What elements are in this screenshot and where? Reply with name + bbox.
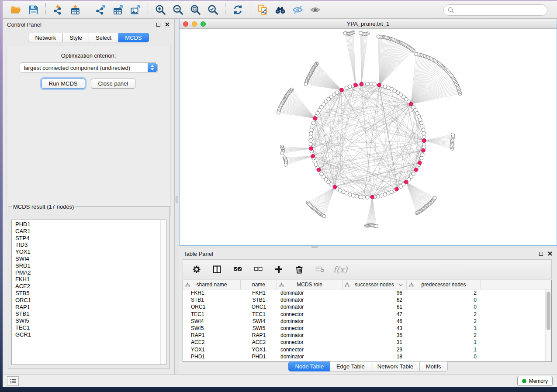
mcds-result-item[interactable]: SRD1 — [12, 262, 166, 269]
zoom-in-button[interactable] — [152, 2, 169, 17]
tab-edge-table[interactable]: Edge Table — [330, 361, 371, 371]
mcds-result-item[interactable]: TID3 — [12, 241, 166, 248]
tab-motifs[interactable]: Motifs — [420, 361, 448, 371]
float-panel-icon[interactable] — [539, 252, 543, 256]
table-row[interactable]: FKH1FKH1dominator962 — [183, 289, 545, 296]
cell-successor-nodes: 29 — [343, 347, 407, 353]
import-network-button[interactable] — [49, 2, 67, 17]
open-session-button[interactable] — [7, 2, 24, 17]
table-row[interactable]: TEC1TEC1connector472 — [183, 311, 545, 318]
table-row[interactable]: PHD1PHD1dominator180 — [183, 353, 545, 360]
table-row[interactable]: ORC1ORC1dominator610 — [183, 303, 545, 310]
task-history-button[interactable] — [7, 376, 19, 386]
ring-nodes — [309, 82, 426, 199]
add-button[interactable] — [272, 263, 285, 276]
cell-name: SWI4 — [241, 318, 277, 324]
show-graphics-details-button[interactable] — [306, 2, 324, 17]
open-session-icon — [10, 4, 22, 16]
select-all-button[interactable] — [231, 263, 244, 276]
table-scrollbar[interactable] — [545, 289, 551, 361]
tab-network-table[interactable]: Network Table — [371, 361, 420, 371]
export-network-button[interactable] — [92, 2, 109, 17]
divider-handle[interactable] — [176, 196, 178, 203]
column-header-predecessor-nodes[interactable]: predecessor nodes — [407, 280, 481, 289]
tab-mcds[interactable]: MCDS — [118, 33, 149, 42]
cell-MCDS-role: connector — [277, 347, 343, 353]
column-header-successor-nodes[interactable]: successor nodes — [343, 280, 407, 289]
table-panel-title: Table Panel — [183, 251, 213, 257]
gear-button[interactable] — [190, 263, 203, 276]
network-window-title: YPA_prune.txt_1 — [180, 21, 557, 27]
table-row[interactable]: SWI4SWI4dominator462 — [183, 318, 545, 325]
memory-status-icon — [522, 379, 526, 383]
mcds-result-item[interactable]: PHD1 — [12, 221, 166, 228]
column-header-MCDS-role[interactable]: MCDS role — [277, 280, 343, 289]
tab-select[interactable]: Select — [89, 33, 118, 42]
import-network-icon — [52, 4, 64, 16]
hide-graphics-details-button[interactable] — [289, 2, 306, 17]
mcds-result-item[interactable]: STB5 — [12, 290, 166, 297]
close-panel-icon[interactable] — [165, 22, 170, 27]
delete-function-icon — [315, 265, 325, 274]
clone-network-button[interactable] — [254, 2, 271, 17]
export-image-button[interactable] — [127, 2, 144, 17]
zoom-selected-icon — [207, 4, 219, 16]
columns-button[interactable] — [211, 263, 224, 276]
mcds-result-item[interactable]: ACE2 — [12, 283, 166, 290]
table-row[interactable]: STB1STB1dominator620 — [183, 296, 545, 303]
network-canvas[interactable] — [180, 29, 557, 246]
column-header-shared-name[interactable]: shared name — [183, 280, 241, 289]
vertical-split-divider[interactable] — [175, 19, 179, 375]
column-header-name[interactable]: name — [241, 280, 277, 289]
cell-predecessor-nodes: 0 — [407, 354, 481, 360]
cell-name: ACE2 — [241, 339, 277, 345]
search-box[interactable] — [443, 4, 547, 16]
tab-node-table[interactable]: Node Table — [288, 361, 330, 371]
mcds-result-item[interactable]: ORC1 — [12, 297, 166, 304]
mcds-result-item[interactable]: SWI5 — [12, 317, 166, 324]
zoom-out-button[interactable] — [169, 2, 187, 17]
mcds-result-item[interactable]: STP4 — [12, 235, 166, 242]
status-bar: Memory — [3, 375, 557, 387]
run-mcds-button[interactable]: Run MCDS — [42, 79, 85, 89]
mcds-result-list[interactable]: PHD1CAR1STP4TID3YOX1SWI4SRD1PMA2FKH1ACE2… — [11, 220, 166, 365]
cell-predecessor-nodes: 2 — [407, 311, 481, 317]
close-panel-icon[interactable] — [547, 251, 553, 256]
tab-style[interactable]: Style — [63, 33, 89, 42]
cell-successor-nodes: 43 — [343, 325, 407, 331]
mcds-result-item[interactable]: TEC1 — [12, 324, 166, 331]
mcds-result-item[interactable]: PMA2 — [12, 269, 166, 276]
zoom-selected-button[interactable] — [204, 2, 221, 17]
mcds-result-item[interactable]: GCR1 — [12, 331, 166, 338]
scrollbar-thumb[interactable] — [547, 292, 550, 330]
mcds-result-item[interactable]: STB1 — [12, 310, 166, 317]
mcds-result-item[interactable]: FKH1 — [12, 276, 166, 283]
table-row[interactable]: SWI5SWI5connector431 — [183, 325, 545, 332]
memory-button[interactable]: Memory — [517, 376, 553, 386]
mcds-result-item[interactable]: SWI4 — [12, 255, 166, 262]
mcds-result-fieldset: MCDS result (17 nodes) PHD1CAR1STP4TID3Y… — [8, 203, 170, 368]
network-window-titlebar[interactable]: YPA_prune.txt_1 — [180, 19, 557, 29]
search-binoculars-button[interactable] — [271, 2, 289, 17]
mcds-result-item[interactable]: YOX1 — [12, 248, 166, 255]
delete-button[interactable] — [293, 263, 306, 276]
mcds-result-item[interactable]: CAR1 — [12, 228, 166, 235]
table-row[interactable]: RAP1RAP1dominator352 — [183, 332, 545, 339]
refresh-button[interactable] — [229, 2, 246, 17]
refresh-icon — [232, 4, 244, 16]
close-panel-button[interactable]: Close panel — [91, 79, 136, 89]
criterion-dropdown[interactable]: largest connected component (undirected) — [20, 62, 158, 73]
import-table-button[interactable] — [67, 2, 84, 17]
save-session-button[interactable] — [24, 2, 42, 17]
table-row[interactable]: ACE2ACE2connector311 — [183, 339, 545, 346]
export-table-button[interactable] — [109, 2, 127, 17]
mcds-result-item[interactable]: RAP1 — [12, 304, 166, 311]
search-input[interactable] — [456, 7, 547, 14]
zoom-fit-button[interactable] — [187, 2, 204, 17]
table-toolbar: f(x) — [183, 259, 552, 279]
mcds-list-scrollbar[interactable] — [160, 220, 166, 364]
deselect-all-button[interactable] — [252, 263, 265, 276]
table-row[interactable]: YOX1YOX1connector291 — [183, 346, 545, 353]
float-panel-icon[interactable] — [156, 23, 160, 27]
tab-network[interactable]: Network — [28, 33, 63, 42]
